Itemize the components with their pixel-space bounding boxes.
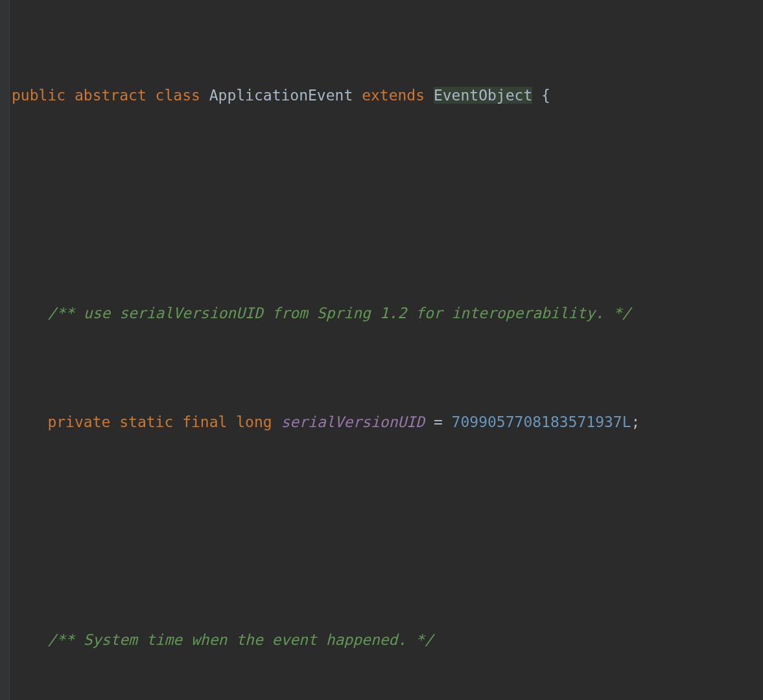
field-declaration-line[interactable]: private static final long serialVersionU… (12, 408, 763, 436)
equals-sign: = (425, 414, 452, 430)
code-area[interactable]: public abstract class ApplicationEvent e… (9, 0, 763, 700)
class-declaration-line[interactable]: public abstract class ApplicationEvent e… (12, 82, 763, 109)
class-name: ApplicationEvent (209, 87, 353, 104)
javadoc-comment: /** System time when the event happened.… (47, 631, 433, 648)
brace-open: { (541, 87, 550, 104)
semicolon: ; (631, 414, 640, 430)
keyword-extends: extends (362, 87, 425, 104)
field-serialVersionUID: serialVersionUID (281, 414, 425, 430)
keyword-private: private (47, 414, 110, 430)
superclass-name[interactable]: EventObject (434, 87, 532, 104)
keyword-abstract: abstract (75, 87, 147, 104)
blank-line (12, 517, 763, 544)
number-literal: 7099057708183571937L (452, 414, 631, 430)
code-editor[interactable]: public abstract class ApplicationEvent e… (0, 0, 763, 700)
javadoc-line: /** use serialVersionUID from Spring 1.2… (12, 299, 763, 327)
keyword-long: long (236, 414, 272, 430)
keyword-class: class (156, 87, 200, 104)
gutter (0, 0, 10, 700)
javadoc-line: /** System time when the event happened.… (12, 626, 763, 653)
javadoc-comment: /** use serialVersionUID from Spring 1.2… (47, 305, 631, 321)
keyword-final: final (182, 414, 227, 430)
keyword-static: static (119, 414, 173, 430)
blank-line (12, 191, 763, 218)
keyword-public: public (12, 87, 65, 104)
